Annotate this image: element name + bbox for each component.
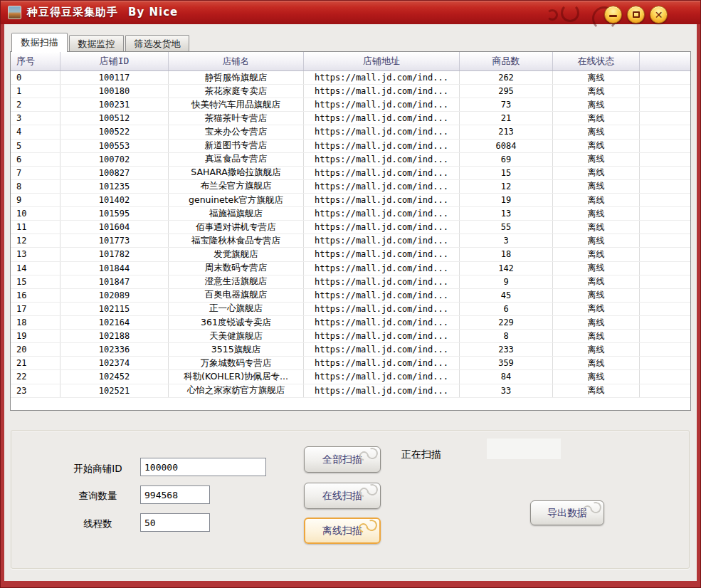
shop-id: 102521 [60,384,169,397]
online-status: 离线 [553,316,640,329]
maximize-button[interactable] [627,6,645,23]
query-count-label: 查询数量 [60,490,135,503]
shop-url: https://mall.jd.com/ind... [304,140,460,152]
table-row[interactable]: 17102115正一心旗舰店https://mall.jd.com/ind...… [11,303,690,316]
table-row[interactable]: 14101844周末数码专营店https://mall.jd.com/ind..… [11,262,690,275]
minimize-button[interactable] [604,6,622,23]
online-status: 离线 [553,221,640,233]
row-index: 19 [11,330,60,342]
scan-online-button[interactable]: 在线扫描 [304,483,381,509]
table-row[interactable]: 21102374万象城数码专营店https://mall.jd.com/ind.… [11,357,690,370]
shop-name: 3515旗舰店 [169,343,304,356]
query-count-input[interactable] [140,485,210,504]
table-row[interactable]: 19102188天美健旗舰店https://mall.jd.com/ind...… [11,330,690,343]
table-row[interactable]: 10101595福施福旗舰店https://mall.jd.com/ind...… [11,207,690,221]
shop-url: https://mall.jd.com/ind... [304,125,460,138]
maximize-icon [633,11,640,18]
shop-id: 102374 [60,357,169,369]
shop-url: https://mall.jd.com/ind... [304,275,460,288]
shop-id: 101844 [60,262,169,275]
empty-cell [640,98,690,111]
online-status: 离线 [553,343,640,356]
empty-cell [640,289,690,302]
table-row[interactable]: 6100702真逗食品专营店https://mall.jd.com/ind...… [11,153,690,167]
table-row[interactable]: 22102452科勒(KOHLER)协佩居专...https://mall.jd… [11,370,690,384]
shop-url: https://mall.jd.com/ind... [304,262,460,275]
shop-id: 102089 [60,289,169,302]
start-shop-id-input[interactable] [140,458,266,476]
scan-offline-button[interactable]: 离线扫描 [304,518,381,544]
thread-count-label: 线程数 [60,518,135,530]
table-row[interactable]: 201023363515旗舰店https://mall.jd.com/ind..… [11,343,690,357]
shop-id: 100180 [60,85,169,98]
shop-url: https://mall.jd.com/ind... [304,316,460,329]
shop-name: 361度锐诚专卖店 [169,316,304,329]
table-row[interactable]: 4100522宝来办公专营店https://mall.jd.com/ind...… [11,125,690,139]
tab-filter-shipping[interactable]: 筛选发货地 [125,35,189,52]
table-row[interactable]: 23102521心怡之家家纺官方旗舰店https://mall.jd.com/i… [11,384,690,398]
shop-name: 布兰朵官方旗舰店 [169,180,304,193]
start-shop-id-label: 开始商铺ID [60,463,135,476]
shop-id: 100702 [60,153,169,166]
empty-cell [640,384,690,397]
table-row[interactable]: 9101402genuinetek官方旗舰店https://mall.jd.co… [11,194,690,207]
table-row[interactable]: 2100231快美特汽车用品旗舰店https://mall.jd.com/ind… [11,98,690,112]
title-bar[interactable]: 种豆得豆采集助手By Nice ✕ [1,1,700,24]
tab-data-scan[interactable]: 数据扫描 [11,33,68,52]
product-count: 73 [460,98,553,111]
row-index: 18 [11,316,60,329]
empty-cell [640,85,690,98]
shop-id: 102188 [60,330,169,342]
table-row[interactable]: 13101782发觉旗舰店https://mall.jd.com/ind...1… [11,248,690,261]
table-row[interactable]: 3100512茶猫茶叶专营店https://mall.jd.com/ind...… [11,112,690,125]
table-row[interactable]: 12101773福宝隆秋林食品专营店https://mall.jd.com/in… [11,234,690,248]
header-product-count[interactable]: 商品数 [460,52,553,70]
header-online-status[interactable]: 在线状态 [553,52,640,70]
table-row[interactable]: 18102164361度锐诚专卖店https://mall.jd.com/ind… [11,316,690,330]
thread-count-input[interactable] [140,513,210,532]
table-row[interactable]: 16102089百奥电器旗舰店https://mall.jd.com/ind..… [11,289,690,303]
table-row[interactable]: 5100553新道图书专营店https://mall.jd.com/ind...… [11,140,690,153]
row-index: 22 [11,370,60,383]
scan-all-button[interactable]: 全部扫描 [304,446,381,473]
table-row[interactable]: 0100117静哲服饰旗舰店https://mall.jd.com/ind...… [11,71,690,85]
header-shop-url[interactable]: 店铺地址 [304,52,460,70]
table-row[interactable]: 7100827SAHARA撒哈拉旗舰店https://mall.jd.com/i… [11,167,690,180]
shop-url: https://mall.jd.com/ind... [304,303,460,315]
empty-cell [640,194,690,206]
row-index: 8 [11,180,60,193]
app-icon [8,6,21,19]
shop-url: https://mall.jd.com/ind... [304,112,460,125]
shop-id: 100827 [60,167,169,179]
close-button[interactable]: ✕ [650,6,668,23]
row-index: 10 [11,207,60,220]
header-index[interactable]: 序号 [11,52,60,70]
table-row[interactable]: 15101847澄意生活旗舰店https://mall.jd.com/ind..… [11,275,690,289]
online-status: 离线 [553,357,640,369]
shop-table: 序号 店铺ID 店铺名 店铺地址 商品数 在线状态 0100117静哲服饰旗舰店… [10,51,691,411]
shop-url: https://mall.jd.com/ind... [304,153,460,166]
online-status: 离线 [553,303,640,315]
product-count: 69 [460,153,553,166]
table-row[interactable]: 1100180茶花家庭专卖店https://mall.jd.com/ind...… [11,85,690,98]
product-count: 229 [460,316,553,329]
tab-data-monitor[interactable]: 数据监控 [69,35,124,52]
app-title: 种豆得豆采集助手 [27,6,118,19]
online-status: 离线 [553,262,640,275]
product-count: 18 [460,248,553,261]
shop-name: 百奥电器旗舰店 [169,289,304,302]
table-row[interactable]: 11101604佰事通对讲机专营店https://mall.jd.com/ind… [11,221,690,234]
header-shop-name[interactable]: 店铺名 [169,52,304,70]
row-index: 2 [11,98,60,111]
shop-url: https://mall.jd.com/ind... [304,85,460,98]
shop-name: 茶猫茶叶专营店 [169,112,304,125]
table-row[interactable]: 8101235布兰朵官方旗舰店https://mall.jd.com/ind..… [11,180,690,194]
shop-id: 101595 [60,207,169,220]
row-index: 20 [11,343,60,356]
export-data-button[interactable]: 导出数据 [530,500,604,525]
product-count: 6084 [460,140,553,152]
shop-id: 101847 [60,275,169,288]
online-status: 离线 [553,289,640,302]
table-body: 0100117静哲服饰旗舰店https://mall.jd.com/ind...… [11,71,690,398]
header-shop-id[interactable]: 店铺ID [60,52,169,70]
